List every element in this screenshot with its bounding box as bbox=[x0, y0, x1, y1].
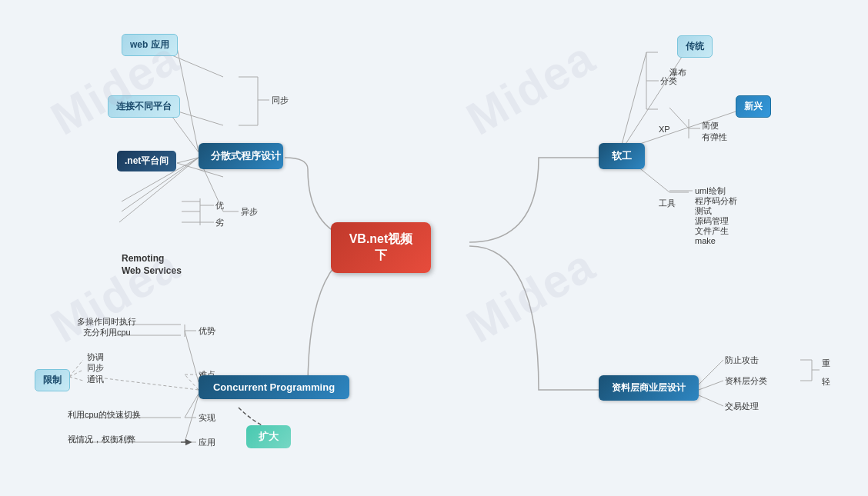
svg-line-70 bbox=[185, 395, 199, 442]
svg-text:uml绘制: uml绘制 bbox=[695, 186, 726, 195]
center-node: VB.net视频下 bbox=[331, 222, 431, 273]
concurrent-node: Concurrent Programming bbox=[199, 375, 349, 399]
svg-text:测试: 测试 bbox=[695, 206, 712, 215]
connect-platform-node: 连接不同平台 bbox=[108, 95, 180, 118]
limit-node: 限制 bbox=[35, 369, 70, 391]
connect-platform-label: 连接不同平台 bbox=[116, 101, 172, 112]
svg-text:充分利用cpu: 充分利用cpu bbox=[83, 328, 131, 337]
svg-text:瀑布: 瀑布 bbox=[669, 68, 686, 77]
svg-line-25 bbox=[622, 52, 685, 150]
svg-line-62 bbox=[185, 374, 199, 390]
soft-eng-node: 软工 bbox=[599, 143, 645, 169]
svg-text:make: make bbox=[695, 236, 716, 245]
limit-label: 限制 bbox=[43, 374, 62, 385]
svg-line-33 bbox=[669, 108, 689, 128]
svg-line-50 bbox=[92, 377, 199, 390]
svg-text:防止攻击: 防止攻击 bbox=[725, 355, 759, 365]
svg-text:通讯: 通讯 bbox=[87, 374, 104, 384]
svg-line-53 bbox=[69, 377, 83, 381]
svg-text:应用: 应用 bbox=[199, 438, 215, 447]
svg-line-65 bbox=[185, 394, 199, 418]
svg-text:协调: 协调 bbox=[87, 352, 104, 361]
expand-node: 扩大 bbox=[246, 425, 291, 448]
svg-text:优: 优 bbox=[215, 201, 224, 210]
svg-line-78 bbox=[699, 381, 723, 390]
svg-text:劣: 劣 bbox=[215, 218, 224, 227]
svg-line-2 bbox=[177, 158, 199, 163]
traditional-node: 传统 bbox=[677, 35, 713, 58]
svg-text:优势: 优势 bbox=[199, 326, 215, 335]
svg-line-54 bbox=[185, 331, 199, 382]
svg-text:同步: 同步 bbox=[87, 363, 104, 372]
web-app-label: web 应用 bbox=[130, 39, 169, 50]
svg-line-27 bbox=[622, 52, 646, 145]
emerging-node: 新兴 bbox=[736, 95, 771, 118]
watermark-4: Midea bbox=[458, 238, 604, 354]
svg-line-52 bbox=[69, 370, 83, 377]
web-app-node: web 应用 bbox=[122, 34, 178, 56]
traditional-label: 传统 bbox=[686, 41, 704, 52]
svg-text:程序码分析: 程序码分析 bbox=[695, 196, 737, 205]
svg-text:多操作同时执行: 多操作同时执行 bbox=[77, 317, 136, 326]
svg-text:源码管理: 源码管理 bbox=[695, 216, 729, 225]
svg-text:工具: 工具 bbox=[659, 198, 676, 208]
mind-map-lines: 同步 优 劣 异步 分类 XP 简便 有弹性 工具 uml绘制 程序码分析 测试… bbox=[0, 0, 868, 496]
dotnet-label: .net平台间 bbox=[125, 155, 169, 166]
svg-text:分类: 分类 bbox=[660, 76, 677, 85]
watermark-2: Midea bbox=[458, 31, 604, 146]
svg-text:视情况，权衡利弊: 视情况，权衡利弊 bbox=[68, 434, 135, 444]
expand-label: 扩大 bbox=[259, 431, 279, 442]
svg-text:XP: XP bbox=[659, 125, 670, 134]
svg-text:重: 重 bbox=[822, 358, 830, 368]
remoting-ws-label: RemotingWeb Services bbox=[122, 252, 182, 277]
svg-text:利用cpu的快速切换: 利用cpu的快速切换 bbox=[68, 410, 141, 419]
concurrent-label: Concurrent Programming bbox=[213, 381, 335, 393]
svg-text:简便: 简便 bbox=[702, 121, 719, 130]
dotnet-node: .net平台间 bbox=[117, 151, 176, 171]
svg-text:文件产生: 文件产生 bbox=[695, 226, 729, 235]
distributed-node: 分散式程序设计 bbox=[199, 143, 283, 169]
emerging-label: 新兴 bbox=[744, 101, 763, 112]
svg-line-76 bbox=[699, 360, 723, 384]
soft-eng-label: 软工 bbox=[612, 150, 632, 161]
svg-text:交易处理: 交易处理 bbox=[725, 401, 759, 411]
svg-line-0 bbox=[177, 48, 199, 152]
center-label: VB.net视频下 bbox=[349, 232, 413, 261]
distributed-label: 分散式程序设计 bbox=[211, 150, 281, 161]
svg-text:同步: 同步 bbox=[272, 95, 289, 105]
svg-line-51 bbox=[69, 360, 83, 377]
data-layer-label: 资料层商业层设计 bbox=[612, 382, 686, 393]
svg-line-80 bbox=[699, 395, 723, 406]
data-layer-node: 资料层商业层设计 bbox=[599, 375, 699, 401]
svg-text:实现: 实现 bbox=[199, 413, 215, 422]
svg-text:资料层分类: 资料层分类 bbox=[725, 376, 767, 385]
svg-text:轻: 轻 bbox=[822, 377, 830, 386]
svg-text:异步: 异步 bbox=[241, 207, 258, 216]
svg-text:有弹性: 有弹性 bbox=[702, 132, 727, 141]
